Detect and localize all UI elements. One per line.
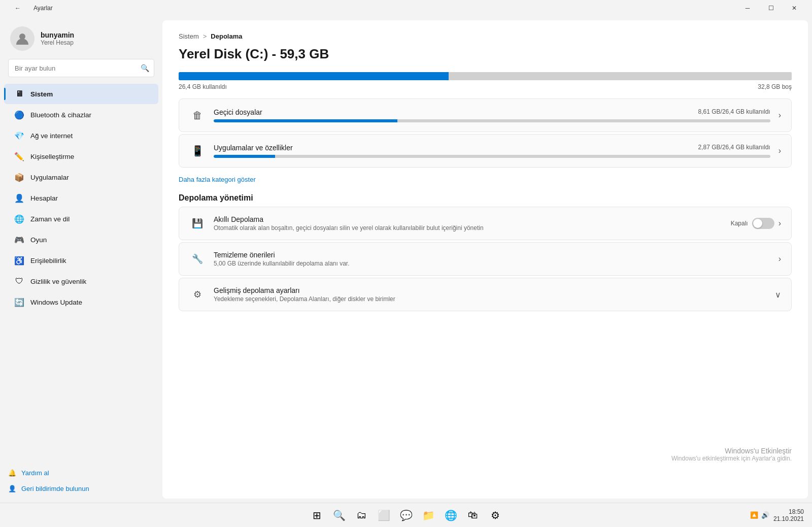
nav-label-ag: Ağ ve internet <box>30 132 73 140</box>
uygulamalar-header: Uygulamalar ve özellikler 2,87 GB/26,4 G… <box>214 144 770 152</box>
uygulamalar-body: Uygulamalar ve özellikler 2,87 GB/26,4 G… <box>214 144 770 158</box>
chevron-up-icon[interactable]: 🔼 <box>750 511 758 519</box>
taskbar-search-icon[interactable]: 🔍 <box>329 505 349 525</box>
search-input[interactable] <box>8 59 154 77</box>
show-more-link[interactable]: Daha fazla kategori göster <box>179 176 256 183</box>
taskbar-taskview-icon[interactable]: 🗂 <box>351 505 371 525</box>
sidebar-item-kisisel[interactable]: ✏️ Kişiselleştirme <box>4 146 158 167</box>
nav-label-hesaplar: Hesaplar <box>30 194 58 202</box>
nav-label-bluetooth: Bluetooth & cihazlar <box>30 111 91 119</box>
sidebar-item-update[interactable]: 🔄 Windows Update <box>4 292 158 312</box>
sidebar-link-geri[interactable]: 👤 Geri bildirimde bulunun <box>8 483 154 495</box>
akilli-icon: 💾 <box>189 215 206 232</box>
uygulamalar-bar <box>214 155 770 158</box>
nav-label-gizlilik: Gizlilik ve güvenlik <box>30 278 86 285</box>
disk-bar-labels: 26,4 GB kullanıldı 32,8 GB boş <box>179 83 792 90</box>
disk-bar-used <box>179 72 449 80</box>
akilli-toggle-knob <box>753 219 762 228</box>
uygulamalar-icon: 📱 <box>189 143 206 159</box>
gecici-bar-fill <box>214 119 397 122</box>
akilli-toggle[interactable] <box>752 218 774 229</box>
kisisel-nav-icon: ✏️ <box>14 151 24 161</box>
update-nav-icon: 🔄 <box>14 297 24 307</box>
taskbar-right: 🔼 🔊 18:50 21.10.2021 <box>750 508 804 522</box>
taskbar-store-icon[interactable]: 🛍 <box>463 505 483 525</box>
nav-label-sistem: Sistem <box>30 90 53 98</box>
taskbar-settings-icon[interactable]: ⚙ <box>485 505 505 525</box>
management-items: 💾 Akıllı Depolama Otomatik olarak alan b… <box>179 207 792 311</box>
hesaplar-nav-icon: 👤 <box>14 193 24 203</box>
sidebar-bottom: 🔔 Yardım al👤 Geri bildirimde bulunun <box>0 461 162 503</box>
taskbar-teams-icon[interactable]: 💬 <box>396 505 416 525</box>
erisim-nav-icon: ♿ <box>14 255 24 266</box>
nav-list: 🖥 Sistem🔵 Bluetooth & cihazlar💎 Ağ ve in… <box>0 81 162 461</box>
management-card-temizleme: 🔧 Temizleme önerileri 5,00 GB üzerinde k… <box>179 242 792 276</box>
temizleme-right: › <box>779 254 781 264</box>
storage-card-uygulamalar[interactable]: 📱 Uygulamalar ve özellikler 2,87 GB/26,4… <box>179 134 792 168</box>
sidebar-item-sistem[interactable]: 🖥 Sistem <box>4 84 158 104</box>
akilli-desc: Otomatik olarak alan boşaltın, geçici do… <box>214 224 723 232</box>
avatar <box>10 26 35 51</box>
user-type: Yerel Hesap <box>41 39 74 46</box>
taskbar-files-icon[interactable]: 📁 <box>418 505 438 525</box>
disk-bar <box>179 72 792 80</box>
gelismis-right: ∨ <box>775 290 781 300</box>
volume-icon[interactable]: 🔊 <box>761 511 769 519</box>
minimize-button[interactable]: ─ <box>736 0 759 16</box>
sidebar-item-gizlilik[interactable]: 🛡 Gizlilik ve güvenlik <box>4 271 158 291</box>
akilli-name: Akıllı Depolama <box>214 215 723 223</box>
yardim-link-icon: 🔔 <box>8 469 16 477</box>
gecici-size: 8,61 GB/26,4 GB kullanıldı <box>698 108 770 116</box>
clock-time: 18:50 <box>773 508 804 515</box>
breadcrumb-separator: > <box>203 32 207 40</box>
link-label-geri: Geri bildirimde bulunun <box>21 485 89 492</box>
back-button[interactable]: ← <box>6 0 29 16</box>
akilli-toggle-label: Kapalı <box>731 220 748 227</box>
nav-label-update: Windows Update <box>30 299 82 306</box>
sidebar-item-ag[interactable]: 💎 Ağ ve internet <box>4 125 158 146</box>
link-label-yardim: Yardım al <box>21 469 49 477</box>
close-button[interactable]: ✕ <box>783 0 806 16</box>
sidebar-item-zaman[interactable]: 🌐 Zaman ve dil <box>4 209 158 229</box>
breadcrumb-parent: Sistem <box>179 32 199 40</box>
search-icon: 🔍 <box>141 64 149 72</box>
search-box: 🔍 <box>8 59 154 77</box>
gecici-bar <box>214 119 770 122</box>
page-title: Yerel Disk (C:) - 59,3 GB <box>179 46 792 62</box>
titlebar-left: ← Ayarlar <box>6 0 53 16</box>
maximize-button[interactable]: ☐ <box>759 0 783 16</box>
gecici-arrow: › <box>779 111 781 120</box>
management-card-gelismis: ⚙ Gelişmiş depolama ayarları Yedekleme s… <box>179 278 792 311</box>
taskbar-edge-icon[interactable]: 🌐 <box>441 505 461 525</box>
activation-desc: Windows'u etkinleştirmek için Ayarlar'a … <box>671 455 792 462</box>
gelismis-row[interactable]: ⚙ Gelişmiş depolama ayarları Yedekleme s… <box>179 278 791 311</box>
gelismis-arrow: ∨ <box>775 290 781 300</box>
sidebar-item-oyun[interactable]: 🎮 Oyun <box>4 229 158 250</box>
sidebar-item-hesaplar[interactable]: 👤 Hesaplar <box>4 188 158 208</box>
temizleme-row[interactable]: 🔧 Temizleme önerileri 5,00 GB üzerinde k… <box>179 243 791 275</box>
taskbar-start-icon[interactable]: ⊞ <box>307 505 327 525</box>
sidebar-item-bluetooth[interactable]: 🔵 Bluetooth & cihazlar <box>4 105 158 125</box>
content-area: Sistem > Depolama Yerel Disk (C:) - 59,3… <box>162 20 808 499</box>
sidebar-item-erisim[interactable]: ♿ Erişilebilirlik <box>4 250 158 271</box>
storage-card-gecici[interactable]: 🗑 Geçici dosyalar 8,61 GB/26,4 GB kullan… <box>179 98 792 132</box>
taskbar-widgets-icon[interactable]: ⬜ <box>374 505 394 525</box>
gelismis-body: Gelişmiş depolama ayarları Yedekleme seç… <box>214 286 767 303</box>
user-info: bunyamin Yerel Hesap <box>41 31 74 46</box>
akilli-right: Kapalı › <box>731 218 781 229</box>
uygulamalar-nav-icon: 📦 <box>14 172 24 182</box>
sidebar: bunyamin Yerel Hesap 🔍 🖥 Sistem🔵 Bluetoo… <box>0 16 162 503</box>
sidebar-link-yardim[interactable]: 🔔 Yardım al <box>8 467 154 479</box>
nav-label-erisim: Erişilebilirlik <box>30 257 66 265</box>
akilli-row[interactable]: 💾 Akıllı Depolama Otomatik olarak alan b… <box>179 207 791 240</box>
sidebar-item-uygulamalar[interactable]: 📦 Uygulamalar <box>4 167 158 187</box>
management-card-akilli: 💾 Akıllı Depolama Otomatik olarak alan b… <box>179 207 792 240</box>
taskbar-clock: 18:50 21.10.2021 <box>773 508 804 522</box>
breadcrumb: Sistem > Depolama <box>179 32 792 40</box>
taskbar: ⊞🔍🗂⬜💬📁🌐🛍⚙ 🔼 🔊 18:50 21.10.2021 <box>0 503 812 527</box>
user-section: bunyamin Yerel Hesap <box>0 16 162 59</box>
activation-watermark: Windows'u Etkinleştir Windows'u etkinleş… <box>671 447 792 462</box>
disk-used-label: 26,4 GB kullanıldı <box>179 83 227 90</box>
clock-date: 21.10.2021 <box>773 515 804 522</box>
gecici-icon: 🗑 <box>189 107 206 123</box>
